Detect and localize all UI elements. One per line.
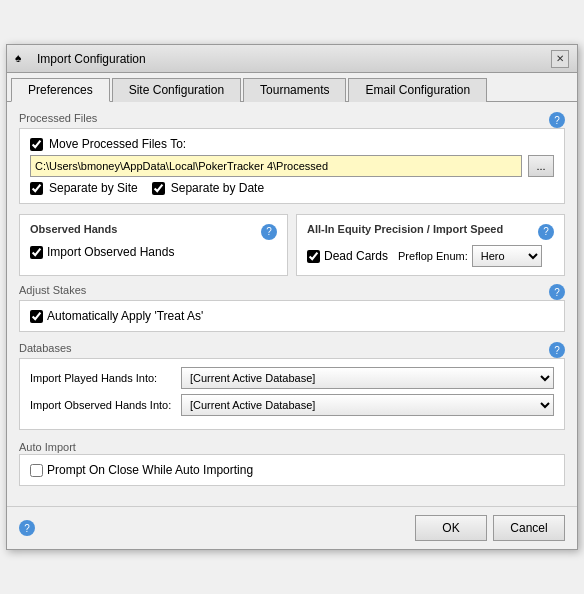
tab-preferences[interactable]: Preferences [11, 78, 110, 102]
preflop-enum-label: Preflop Enum: [398, 250, 468, 262]
databases-header-row: Databases ? [19, 342, 565, 358]
bottom-bar: ? OK Cancel [7, 506, 577, 549]
dead-cards-preflop-row: Dead Cards Preflop Enum: Hero All None [307, 245, 554, 267]
databases-section: Databases ? Import Played Hands Into: [C… [19, 342, 565, 430]
move-files-row: Move Processed Files To: [30, 137, 554, 151]
databases-label: Databases [19, 342, 72, 354]
prompt-on-close-row: Prompt On Close While Auto Importing [30, 463, 554, 477]
move-files-label: Move Processed Files To: [49, 137, 186, 151]
separate-by-date-label: Separate by Date [171, 181, 264, 195]
two-col-section: Observed Hands ? Import Observed Hands A… [19, 214, 565, 276]
browse-button[interactable]: ... [528, 155, 554, 177]
dead-cards-label: Dead Cards [324, 249, 388, 263]
window-title: Import Configuration [37, 52, 146, 66]
import-observed-label: Import Observed Hands [47, 245, 174, 259]
auto-apply-checkbox[interactable] [30, 310, 43, 323]
dead-cards-checkbox[interactable] [307, 250, 320, 263]
prompt-on-close-label: Prompt On Close While Auto Importing [47, 463, 253, 477]
processed-files-box: Move Processed Files To: ... Separate by… [19, 128, 565, 204]
import-observed-row: Import Observed Hands [30, 245, 277, 259]
played-hands-row: Import Played Hands Into: [Current Activ… [30, 367, 554, 389]
tab-site-configuration[interactable]: Site Configuration [112, 78, 241, 102]
observed-hands-help-icon[interactable]: ? [261, 224, 277, 240]
separate-by-date-checkbox[interactable] [152, 182, 165, 195]
bottom-help-icon[interactable]: ? [19, 520, 35, 536]
tab-email-configuration[interactable]: Email Configuration [348, 78, 487, 102]
all-in-equity-box: All-In Equity Precision / Import Speed ?… [296, 214, 565, 276]
path-row: ... [30, 155, 554, 177]
preflop-enum-select[interactable]: Hero All None [472, 245, 542, 267]
separate-by-site-checkbox[interactable] [30, 182, 43, 195]
adjust-stakes-box: Automatically Apply 'Treat As' [19, 300, 565, 332]
auto-apply-label: Automatically Apply 'Treat As' [47, 309, 203, 323]
observed-hands-label: Observed Hands [30, 223, 117, 235]
path-input[interactable] [30, 155, 522, 177]
auto-import-section: Auto Import Prompt On Close While Auto I… [19, 440, 565, 486]
played-hands-db-label: Import Played Hands Into: [30, 372, 175, 384]
auto-apply-row: Automatically Apply 'Treat As' [30, 309, 554, 323]
adjust-stakes-help-icon[interactable]: ? [549, 284, 565, 300]
observed-header-row: Observed Hands ? [30, 223, 277, 240]
separate-options-row: Separate by Site Separate by Date [30, 181, 554, 195]
app-icon: ♠ [15, 51, 31, 67]
tab-tournaments[interactable]: Tournaments [243, 78, 346, 102]
cancel-button[interactable]: Cancel [493, 515, 565, 541]
observed-hands-db-label: Import Observed Hands Into: [30, 399, 175, 411]
processed-files-section: Processed Files ? Move Processed Files T… [19, 112, 565, 204]
main-window: ♠ Import Configuration ✕ Preferences Sit… [6, 44, 578, 550]
prompt-on-close-checkbox[interactable] [30, 464, 43, 477]
section-header-row: Processed Files ? [19, 112, 565, 128]
move-files-checkbox[interactable] [30, 138, 43, 151]
adjust-stakes-label: Adjust Stakes [19, 284, 86, 296]
databases-help-icon[interactable]: ? [549, 342, 565, 358]
separate-by-site-label: Separate by Site [49, 181, 138, 195]
databases-box: Import Played Hands Into: [Current Activ… [19, 358, 565, 430]
auto-import-label: Auto Import [19, 441, 76, 453]
all-in-header-row: All-In Equity Precision / Import Speed ? [307, 223, 554, 240]
auto-import-box: Prompt On Close While Auto Importing [19, 454, 565, 486]
tab-content: Processed Files ? Move Processed Files T… [7, 102, 577, 506]
adjust-stakes-header-row: Adjust Stakes ? [19, 284, 565, 300]
all-in-equity-label: All-In Equity Precision / Import Speed [307, 223, 503, 235]
observed-hands-db-select[interactable]: [Current Active Database] [181, 394, 554, 416]
processed-files-label: Processed Files [19, 112, 97, 124]
processed-files-help-icon[interactable]: ? [549, 112, 565, 128]
all-in-help-icon[interactable]: ? [538, 224, 554, 240]
ok-button[interactable]: OK [415, 515, 487, 541]
bottom-left: ? [19, 520, 409, 536]
title-bar-left: ♠ Import Configuration [15, 51, 146, 67]
observed-hands-box: Observed Hands ? Import Observed Hands [19, 214, 288, 276]
observed-hands-db-row: Import Observed Hands Into: [Current Act… [30, 394, 554, 416]
tab-bar: Preferences Site Configuration Tournamen… [7, 73, 577, 102]
title-bar: ♠ Import Configuration ✕ [7, 45, 577, 73]
played-hands-db-select[interactable]: [Current Active Database] [181, 367, 554, 389]
adjust-stakes-section: Adjust Stakes ? Automatically Apply 'Tre… [19, 284, 565, 332]
close-button[interactable]: ✕ [551, 50, 569, 68]
import-observed-checkbox[interactable] [30, 246, 43, 259]
